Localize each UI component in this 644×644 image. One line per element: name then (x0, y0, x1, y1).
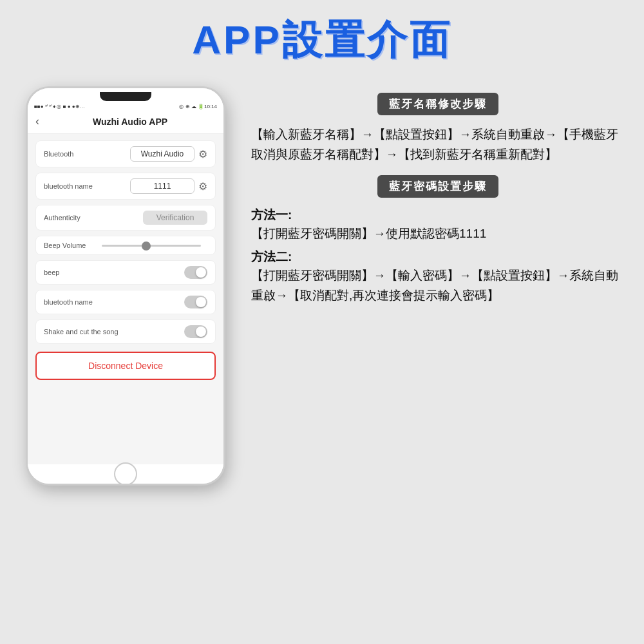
verification-button[interactable]: Verification (143, 211, 207, 225)
phone-status-bar: ■■● ᵃˡ ᵃˡ ♦ ◎ ■ ● ●⊕… ◎ ⊕ ☁ 🔋10:14 (28, 101, 223, 111)
method2-text: 【打開藍牙密碼開關】→【輸入密碼】→【點設置按鈕】→系統自動重啟→【取消配對,再… (251, 265, 625, 306)
disconnect-device-button[interactable]: Disconnect Device (35, 352, 216, 380)
phone-notch (100, 92, 151, 101)
content-row: ■■● ᵃˡ ᵃˡ ♦ ◎ ■ ● ●⊕… ◎ ⊕ ☁ 🔋10:14 ‹ Wuz… (19, 86, 625, 486)
page-title: APP設置介面 (192, 13, 451, 67)
bluetooth-name-text: 【輸入新藍牙名稱】→【點設置按鈕】→系統自動重啟→【手機藍牙取消與原藍牙名稱配對… (251, 124, 625, 165)
bluetooth-name-toggle-row: bluetooth name (35, 290, 216, 314)
bluetooth-name-toggle[interactable] (184, 296, 207, 308)
beep-label: beep (44, 269, 95, 276)
method1-title: 方法一: (251, 207, 625, 223)
authenticity-row: Authenticity Verification (35, 205, 216, 231)
bluetooth-name-toggle-label: bluetooth name (44, 298, 95, 306)
bluetooth-name-value[interactable]: 1111 (130, 178, 194, 194)
bluetooth-label: Bluetooth (44, 150, 95, 158)
beep-toggle-row: beep (35, 260, 216, 285)
status-right: ◎ ⊕ ☁ 🔋10:14 (179, 104, 217, 109)
shake-cut-row: Shake and cut the song (35, 319, 216, 344)
phone-wrapper: ■■● ᵃˡ ᵃˡ ♦ ◎ ■ ● ●⊕… ◎ ⊕ ☁ 🔋10:14 ‹ Wuz… (19, 86, 232, 486)
back-button[interactable]: ‹ (35, 115, 39, 128)
bluetooth-password-section: 藍牙密碼設置步驟 方法一: 【打開藍牙密碼開關】→使用默認密碼1111 方法二:… (251, 173, 625, 306)
signal-icons: ■■● ᵃˡ ᵃˡ ♦ ◎ ■ ● ●⊕… (34, 104, 85, 109)
beep-toggle[interactable] (184, 266, 207, 279)
beep-volume-row: Beep Volume (35, 236, 216, 255)
phone-mockup: ■■● ᵃˡ ᵃˡ ♦ ◎ ■ ● ●⊕… ◎ ⊕ ☁ 🔋10:14 ‹ Wuz… (26, 86, 225, 486)
bluetooth-name-row: bluetooth name 1111 ⚙ (35, 173, 216, 200)
slider-thumb (142, 242, 151, 251)
right-panel: 藍牙名稱修改步驟 【輸入新藍牙名稱】→【點設置按鈕】→系統自動重啟→【手機藍牙取… (251, 86, 625, 306)
volume-slider[interactable] (102, 245, 201, 247)
bluetooth-name-step1: 【輸入新藍牙名稱】→【點設置按鈕】→系統自動重啟→【手機藍牙取消與原藍牙名稱配對… (251, 128, 618, 161)
bluetooth-setting-row: Bluetooth Wuzhi Audio ⚙ (35, 140, 216, 167)
bluetooth-name-label: bluetooth name (44, 182, 95, 190)
method1-text: 【打開藍牙密碼開關】→使用默認密碼1111 (251, 223, 625, 243)
authenticity-label: Authenticity (44, 214, 95, 222)
page-wrapper: APP設置介面 ■■● ᵃˡ ᵃˡ ♦ ◎ ■ ● ●⊕… ◎ ⊕ ☁ 🔋10:… (0, 0, 644, 644)
time-display: ◎ ⊕ ☁ 🔋10:14 (179, 104, 217, 109)
beep-volume-label: Beep Volume (44, 242, 95, 249)
bluetooth-gear-icon[interactable]: ⚙ (198, 148, 207, 160)
bluetooth-name-badge: 藍牙名稱修改步驟 (377, 93, 498, 115)
shake-cut-label: Shake and cut the song (44, 328, 118, 336)
bluetooth-name-gear-icon[interactable]: ⚙ (198, 180, 207, 193)
home-button[interactable] (114, 462, 137, 486)
bluetooth-name-section: 藍牙名稱修改步驟 【輸入新藍牙名稱】→【點設置按鈕】→系統自動重啟→【手機藍牙取… (251, 93, 625, 165)
phone-body: Bluetooth Wuzhi Audio ⚙ bluetooth name 1… (28, 134, 223, 464)
method2-title: 方法二: (251, 249, 625, 265)
phone-home-bar (28, 464, 223, 484)
bluetooth-value[interactable]: Wuzhi Audio (130, 146, 194, 162)
phone-app-header: ‹ Wuzhi Audio APP (28, 111, 223, 134)
bluetooth-password-badge: 藍牙密碼設置步驟 (377, 175, 498, 198)
shake-cut-toggle[interactable] (184, 325, 207, 338)
status-left: ■■● ᵃˡ ᵃˡ ♦ ◎ ■ ● ●⊕… (34, 104, 85, 109)
app-title: Wuzhi Audio APP (44, 117, 216, 127)
